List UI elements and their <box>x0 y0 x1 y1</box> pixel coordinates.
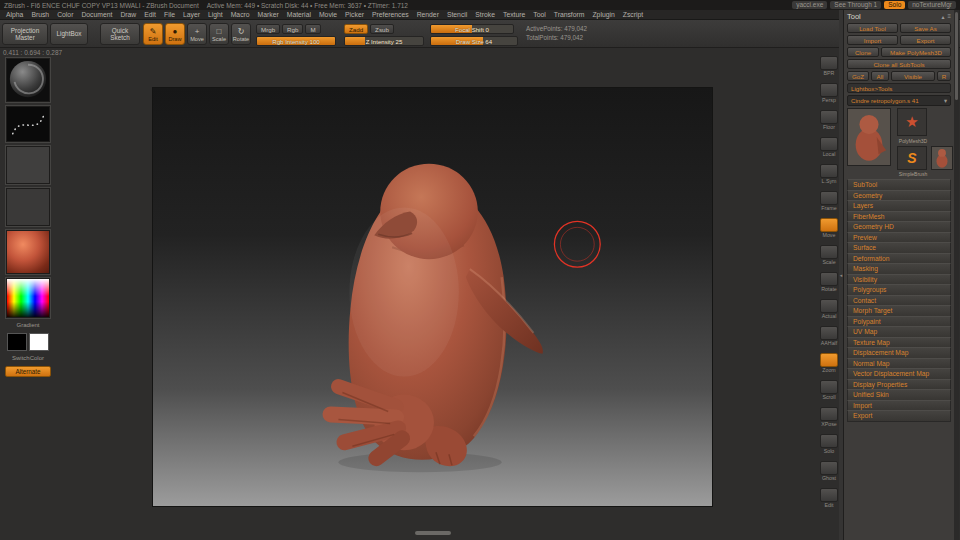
z-intensity-slider[interactable]: Z Intensity 25 <box>344 36 424 46</box>
menu-item[interactable]: Layer <box>179 11 204 18</box>
palette-section-row[interactable]: Export <box>847 410 951 422</box>
shelf-button-label: Scale <box>822 259 835 266</box>
simplebrush-label: SimpleBrush <box>895 171 931 177</box>
menu-item[interactable]: Zplugin <box>588 11 618 18</box>
shelf-button-icon <box>820 110 838 124</box>
menu-item[interactable]: Stroke <box>471 11 499 18</box>
panel-up-icon[interactable]: ▴ <box>941 13 944 20</box>
mode-button[interactable]: + Move <box>187 23 207 45</box>
stroke-thumbnail[interactable] <box>6 106 50 142</box>
total-points: TotalPoints: 479,042 <box>526 33 587 42</box>
import-button[interactable]: Import <box>847 35 898 45</box>
goz-all-button[interactable]: All <box>871 71 889 81</box>
menu-item[interactable]: Transform <box>550 11 589 18</box>
menu-item[interactable]: Movie <box>315 11 341 18</box>
menu-item[interactable]: Color <box>53 11 77 18</box>
mode-icon: ✎ <box>150 27 157 36</box>
canvas-horizontal-scrollbar[interactable] <box>415 531 451 535</box>
toggle-button[interactable]: Zadd <box>344 24 368 34</box>
menu-item[interactable]: Picker <box>341 11 368 18</box>
mode-icon: □ <box>217 27 222 36</box>
mode-button[interactable]: ● Draw <box>165 23 185 45</box>
goz-button[interactable]: GoZ <box>847 71 869 81</box>
alpha-thumbnail[interactable] <box>6 146 50 184</box>
status-chip[interactable]: yacci.exe <box>792 1 827 9</box>
active-points: ActivePoints: 479,042 <box>526 24 587 33</box>
slider-value: 0 <box>486 26 489 33</box>
current-tool-thumbnail[interactable] <box>847 108 891 166</box>
simplebrush-tool-thumbnail[interactable]: S <box>897 146 927 170</box>
menu-item[interactable]: Preferences <box>368 11 413 18</box>
memory-stats: Active Mem: 449 • Scratch Disk: 44 • Fre… <box>207 2 408 9</box>
current-brush-thumbnail[interactable] <box>6 58 50 102</box>
menu-bar: Alpha Brush Color Document Draw Edit Fil… <box>0 10 960 20</box>
slider-label: Rgb Intensity 100 <box>257 37 335 45</box>
status-chip[interactable]: Solo <box>884 1 905 9</box>
secondary-color-swatch[interactable] <box>29 333 49 351</box>
lightbox-button[interactable]: LightBox <box>50 23 88 45</box>
projection-master-button[interactable]: Projection Master <box>2 23 48 45</box>
color-picker[interactable] <box>6 278 50 318</box>
menu-item[interactable]: Stencil <box>443 11 471 18</box>
goz-r-button[interactable]: R <box>937 71 951 81</box>
clone-button[interactable]: Clone <box>847 47 879 57</box>
save-as-button[interactable]: Save As <box>900 23 951 33</box>
menu-item[interactable]: Draw <box>116 11 140 18</box>
material-thumbnail[interactable] <box>6 230 50 274</box>
active-tool-name: Cindre retropolygon.s 41 <box>848 97 944 104</box>
shelf-button-label: Rotate <box>821 286 837 293</box>
palette-scrollbar[interactable] <box>954 10 959 540</box>
menu-item[interactable]: Render <box>413 11 443 18</box>
menu-item[interactable]: Zscript <box>619 11 647 18</box>
active-tool-dropdown[interactable]: Cindre retropolygon.s 41 ▾ <box>847 95 951 106</box>
status-chip[interactable]: See Through 1 <box>830 1 881 9</box>
menu-item[interactable]: Material <box>283 11 315 18</box>
load-tool-button[interactable]: Load Tool <box>847 23 898 33</box>
mode-button[interactable]: ✎ Edit <box>143 23 163 45</box>
alternate-button[interactable]: Alternate <box>5 366 51 377</box>
app-title: ZBrush - FI6 ENCE CHUF COPY VP13 MWALI -… <box>4 2 199 9</box>
polymesh3d-tool-thumbnail[interactable]: ★ <box>897 108 927 136</box>
goz-visible-button[interactable]: Visible <box>891 71 935 81</box>
slider-value: 25 <box>396 38 403 45</box>
toggle-button[interactable]: Mrgb <box>256 24 280 34</box>
menu-item[interactable]: Macro <box>227 11 254 18</box>
menu-item[interactable]: Edit <box>140 11 160 18</box>
document-canvas[interactable] <box>152 87 713 507</box>
slider-text: Z Intensity <box>366 38 394 45</box>
menu-item[interactable]: Texture <box>499 11 529 18</box>
menu-item[interactable]: Tool <box>529 11 549 18</box>
toggle-button[interactable]: M <box>305 24 320 34</box>
menu-item[interactable]: Light <box>204 11 227 18</box>
clone-all-subtools-button[interactable]: Clone all SubTools <box>847 59 951 69</box>
menu-item[interactable]: Brush <box>27 11 53 18</box>
menu-item[interactable]: File <box>160 11 179 18</box>
menu-item[interactable]: Alpha <box>2 11 27 18</box>
mode-button[interactable]: □ Scale <box>209 23 229 45</box>
panel-menu-icon[interactable]: ≡ <box>947 13 951 20</box>
recent-tool-thumbnail[interactable] <box>931 146 953 170</box>
mode-button[interactable]: ↻ Rotate <box>231 23 251 45</box>
tool-palette-header[interactable]: Tool ▴ ≡ <box>847 10 951 23</box>
mode-icon: + <box>195 27 200 36</box>
left-shelf: Gradient SwitchColor Alternate <box>0 54 56 540</box>
scrollbar-thumb[interactable] <box>955 12 958 100</box>
menu-item[interactable]: Marker <box>254 11 283 18</box>
menu-item[interactable]: Document <box>77 11 116 18</box>
switchcolor-label[interactable]: SwitchColor <box>12 355 44 362</box>
focal-shift-slider[interactable]: Focal Shift 0 <box>430 24 514 34</box>
lightbox-tools-row[interactable]: Lightbox>Tools <box>847 83 951 93</box>
main-color-swatch[interactable] <box>7 333 27 351</box>
shelf-button-icon <box>820 461 838 475</box>
export-button[interactable]: Export <box>900 35 951 45</box>
slider-value: 100 <box>310 38 320 45</box>
make-polymesh3d-button[interactable]: Make PolyMesh3D <box>881 47 951 57</box>
toggle-button[interactable]: Rgb <box>282 24 303 34</box>
status-chip[interactable]: noTextureMgr <box>908 1 956 9</box>
texture-thumbnail[interactable] <box>6 188 50 226</box>
rgb-intensity-slider[interactable]: Rgb Intensity 100 <box>256 36 336 46</box>
quick-sketch-button[interactable]: Quick Sketch <box>100 23 140 45</box>
draw-size-slider[interactable]: Draw Size 64 <box>430 36 518 46</box>
shelf-button-icon <box>820 83 838 97</box>
toggle-button[interactable]: Zsub <box>370 24 394 34</box>
